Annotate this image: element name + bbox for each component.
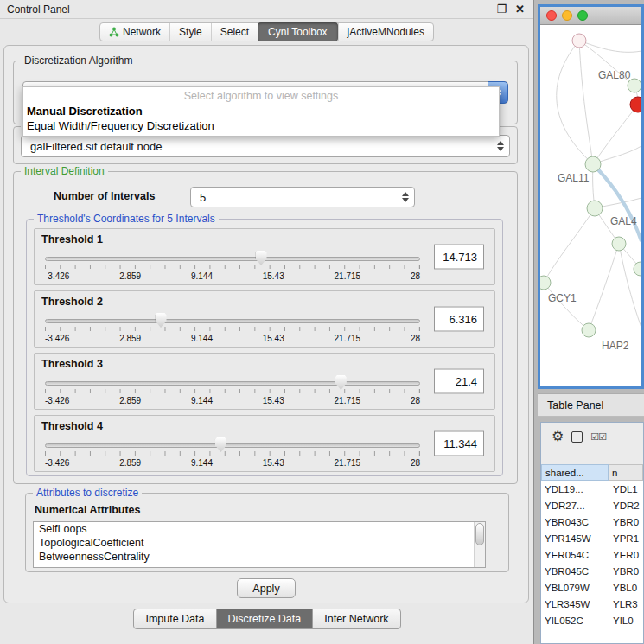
table-cell[interactable]: YPR1: [609, 530, 643, 546]
table-cell[interactable]: YIL0: [609, 612, 643, 628]
close-icon[interactable]: ✕: [515, 3, 525, 15]
table-row[interactable]: YER054CYER0: [541, 546, 643, 563]
table-cell[interactable]: YDR27...: [541, 497, 609, 513]
table-cell[interactable]: YPR145W: [541, 530, 609, 546]
column-header-shared-name[interactable]: shared...: [541, 464, 609, 481]
table-row[interactable]: YBR043CYBR0: [541, 513, 643, 530]
slider-track[interactable]: [45, 381, 420, 386]
table-row[interactable]: YDL19...YDL1: [541, 481, 643, 497]
minimize-traffic-light-icon[interactable]: [562, 10, 572, 21]
network-edge[interactable]: [593, 105, 638, 164]
dropdown-option-manual-discretization[interactable]: Manual Discretization: [23, 104, 499, 118]
combobox-stepper-icon[interactable]: [402, 188, 409, 207]
apply-button[interactable]: Apply: [237, 578, 296, 598]
network-edge[interactable]: [579, 41, 593, 164]
zoom-traffic-light-icon[interactable]: [577, 10, 588, 21]
network-node[interactable]: [634, 262, 641, 276]
network-edge[interactable]: [557, 41, 593, 164]
numerical-attributes-list[interactable]: SelfLoopsTopologicalCoefficientBetweenne…: [33, 521, 486, 568]
network-canvas[interactable]: GAL80GAL11GAL4GCY1HAP2: [540, 25, 641, 386]
float-window-icon[interactable]: ❐: [496, 3, 507, 15]
tab-jactivemnodules[interactable]: jActiveMNodules: [338, 23, 433, 41]
list-item[interactable]: TopologicalCoefficient: [34, 536, 474, 550]
tab-label: Cyni Toolbox: [268, 26, 327, 38]
network-window-titlebar[interactable]: [540, 7, 641, 25]
table-cell[interactable]: YBR043C: [541, 513, 609, 530]
network-node[interactable]: [587, 201, 603, 216]
threshold-2-value-field[interactable]: 6.316: [434, 307, 484, 332]
table-cell[interactable]: YBR0: [609, 513, 643, 530]
table-cell[interactable]: YLR3: [609, 596, 643, 612]
table-row[interactable]: YIL052CYIL0: [541, 612, 643, 628]
network-node[interactable]: [572, 34, 586, 48]
table-cell[interactable]: YDL1: [609, 481, 643, 497]
panel-tabbar: Network Style Select Cyni Toolbox jActiv…: [0, 19, 533, 45]
table-row[interactable]: YBR045CYBR0: [541, 563, 643, 579]
table-cell[interactable]: YDL19...: [541, 481, 609, 497]
table-data-combobox[interactable]: galFiltered.sif default node: [21, 135, 510, 157]
table-cell[interactable]: YER054C: [541, 546, 609, 563]
network-edge[interactable]: [589, 244, 619, 330]
column-header-name[interactable]: n: [609, 464, 643, 481]
threshold-2-slider[interactable]: -3.4262.8599.14415.4321.71528: [45, 312, 420, 347]
window-title: Control Panel: [7, 3, 70, 16]
tab-discretize-data[interactable]: Discretize Data: [216, 609, 314, 629]
network-node[interactable]: [540, 276, 551, 290]
table-row[interactable]: YPR145WYPR1: [541, 530, 643, 546]
table-cell[interactable]: YBR045C: [541, 563, 609, 579]
columns-icon[interactable]: [571, 431, 583, 443]
network-node[interactable]: [630, 97, 641, 112]
network-canvas-svg[interactable]: GAL80GAL11GAL4GCY1HAP2: [540, 25, 641, 386]
number-of-intervals-combobox[interactable]: 5: [190, 187, 415, 207]
tab-label: Select: [220, 26, 249, 38]
threshold-3-value-field[interactable]: 21.4: [434, 369, 484, 394]
table-cell[interactable]: YIL052C: [541, 612, 609, 628]
threshold-1-value-field[interactable]: 14.713: [434, 245, 484, 270]
slider-track[interactable]: [45, 319, 420, 323]
scrollbar-thumb[interactable]: [475, 523, 484, 545]
tab-network[interactable]: Network: [100, 23, 169, 41]
slider-thumb[interactable]: [156, 313, 167, 328]
network-edge[interactable]: [544, 208, 595, 283]
tab-cyni-toolbox[interactable]: Cyni Toolbox: [258, 22, 337, 41]
table-row[interactable]: YDR27...YDR2: [541, 497, 643, 513]
table-cell[interactable]: YBL079W: [541, 579, 609, 596]
table-row[interactable]: YBL079WYBL0: [541, 579, 643, 596]
table-cell[interactable]: YDR2: [609, 497, 643, 513]
tab-select[interactable]: Select: [211, 23, 258, 41]
tick-label: 9.144: [191, 458, 213, 468]
table-cell[interactable]: YBR0: [609, 563, 643, 579]
threshold-1-slider[interactable]: -3.4262.8599.14415.4321.71528: [45, 250, 420, 284]
slider-thumb[interactable]: [215, 437, 226, 452]
threshold-4-value-field[interactable]: 11.344: [434, 431, 484, 456]
table-panel-window: ⚙ ☑☑ shared... n YDL19...YDL1YDR27...YDR…: [540, 422, 644, 644]
slider-track[interactable]: [45, 443, 420, 448]
network-edge[interactable]: [544, 283, 589, 330]
checkbox-icons[interactable]: ☑☑: [590, 431, 606, 443]
list-item[interactable]: BetweennessCentrality: [34, 550, 474, 564]
slider-track[interactable]: [45, 257, 420, 261]
slider-thumb[interactable]: [256, 251, 267, 265]
network-node[interactable]: [582, 323, 596, 337]
dropdown-option-equal-width[interactable]: Equal Width/Frequency Discretization: [23, 118, 499, 133]
table-row[interactable]: YLR345WYLR3: [541, 596, 643, 612]
network-node[interactable]: [585, 156, 601, 172]
list-scrollbar[interactable]: [474, 522, 485, 567]
table-cell[interactable]: YBL0: [609, 579, 643, 596]
combobox-stepper-icon[interactable]: [497, 136, 504, 156]
gear-icon[interactable]: ⚙: [552, 430, 564, 443]
threshold-4-slider[interactable]: -3.4262.8599.14415.4321.71528: [45, 437, 420, 471]
table-cell[interactable]: YLR345W: [541, 596, 609, 612]
tab-infer-network[interactable]: Infer Network: [312, 609, 400, 629]
table-cell[interactable]: YER0: [609, 546, 643, 563]
tab-style[interactable]: Style: [169, 23, 211, 41]
network-edge[interactable]: [579, 41, 641, 52]
tick-label: 2.859: [119, 458, 141, 468]
tab-impute-data[interactable]: Impute Data: [133, 609, 216, 629]
slider-thumb[interactable]: [335, 375, 347, 390]
threshold-3-slider[interactable]: -3.4262.8599.14415.4321.71528: [45, 374, 420, 409]
network-node[interactable]: [612, 237, 626, 251]
list-item[interactable]: SelfLoops: [34, 522, 474, 536]
close-traffic-light-icon[interactable]: [546, 10, 557, 21]
table-panel-title: Table Panel: [547, 399, 603, 411]
